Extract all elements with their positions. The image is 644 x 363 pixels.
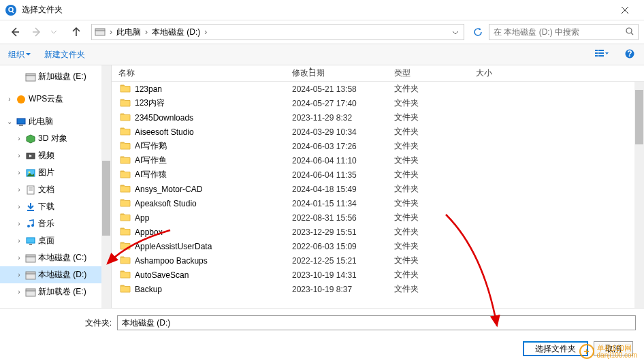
tree-item[interactable]: ›本地磁盘 (D:): [0, 266, 111, 283]
column-type[interactable]: 类型: [387, 67, 469, 79]
file-date: 2022-08-31 15:56: [285, 213, 387, 223]
expand-icon[interactable]: ›: [15, 169, 23, 176]
folder-name-input[interactable]: [117, 315, 636, 330]
tree-item[interactable]: ›下载: [0, 198, 111, 215]
expand-icon[interactable]: ⌄: [5, 118, 14, 125]
file-name: AI写作鱼: [135, 155, 167, 166]
file-row[interactable]: Ashampoo Backups2022-12-25 15:21文件夹: [112, 253, 644, 268]
breadcrumb-drive[interactable]: 本地磁盘 (D:): [149, 27, 203, 38]
search-icon[interactable]: [626, 27, 634, 37]
expand-icon[interactable]: ›: [15, 271, 23, 279]
tree-item[interactable]: ›3D 对象: [0, 130, 111, 147]
expand-icon[interactable]: ›: [15, 203, 23, 210]
expand-icon[interactable]: ›: [15, 135, 23, 142]
file-date: 2024-01-15 11:34: [285, 199, 387, 208]
close-button[interactable]: [611, 0, 639, 20]
tree-item[interactable]: ⌄此电脑: [0, 113, 111, 130]
file-row[interactable]: 123内容2024-05-27 17:40文件夹: [112, 96, 644, 110]
file-scrollbar[interactable]: [634, 82, 644, 308]
file-row[interactable]: Ansys_Motor-CAD2024-04-18 15:49文件夹: [112, 182, 644, 196]
expand-icon[interactable]: ›: [15, 288, 23, 296]
file-name: 123pan: [135, 84, 162, 94]
expand-icon[interactable]: ›: [5, 95, 14, 103]
folder-icon: [120, 198, 131, 209]
tree-item[interactable]: ›图片: [0, 164, 111, 181]
search-box[interactable]: [489, 24, 639, 40]
file-row[interactable]: Backup2023-10-19 8:37文件夹: [112, 282, 644, 296]
column-date[interactable]: 修改日期: [285, 67, 387, 79]
column-name[interactable]: 名称: [112, 67, 285, 79]
file-type: 文件夹: [387, 240, 469, 252]
tree-item[interactable]: 新加磁盘 (E:): [0, 68, 111, 85]
view-options-button[interactable]: [594, 48, 610, 62]
svg-point-31: [27, 225, 30, 227]
address-dropdown[interactable]: [450, 27, 461, 37]
expand-icon[interactable]: ›: [15, 254, 23, 262]
select-folder-button[interactable]: 选择文件夹: [523, 341, 588, 356]
tree-item[interactable]: ›WPS云盘: [0, 91, 111, 108]
refresh-button[interactable]: [470, 24, 486, 40]
expand-icon[interactable]: ›: [15, 186, 23, 193]
column-headers[interactable]: 名称 ▴ 修改日期 类型 大小: [112, 65, 644, 82]
tree-item[interactable]: ›视频: [0, 147, 111, 164]
tree-item[interactable]: ›本地磁盘 (C:): [0, 249, 111, 266]
breadcrumb-pc[interactable]: 此电脑: [114, 27, 144, 38]
tree-label: 音乐: [38, 218, 54, 230]
tree-label: WPS云盘: [29, 93, 63, 105]
tree-scrollbar[interactable]: [101, 65, 111, 308]
back-button[interactable]: [5, 24, 25, 40]
folder-icon: [120, 155, 131, 166]
file-date: 2023-10-19 8:37: [285, 285, 387, 294]
file-type: 文件夹: [387, 198, 469, 209]
file-row[interactable]: Aiseesoft Studio2024-03-29 10:34文件夹: [112, 125, 644, 139]
search-input[interactable]: [494, 27, 626, 37]
file-row[interactable]: AppleAssistUserData2022-06-03 15:09文件夹: [112, 239, 644, 253]
scrollbar-thumb[interactable]: [635, 90, 643, 144]
folder-tree[interactable]: 新加磁盘 (E:)›WPS云盘⌄此电脑›3D 对象›视频›图片›文档›下载›音乐…: [0, 65, 112, 308]
expand-icon[interactable]: ›: [15, 152, 23, 159]
drive-icon: [95, 28, 106, 36]
scrollbar-thumb[interactable]: [102, 161, 110, 236]
column-size[interactable]: 大小: [469, 67, 537, 79]
file-row[interactable]: AI写作猿2024-06-04 11:35文件夹: [112, 168, 644, 182]
video-icon: [25, 151, 36, 161]
file-row[interactable]: 123pan2024-05-21 13:58文件夹: [112, 82, 644, 96]
file-date: 2022-06-03 15:09: [285, 242, 387, 251]
tree-item[interactable]: ›新加载卷 (E:): [0, 283, 111, 300]
file-row[interactable]: 2345Downloads2023-11-29 8:32文件夹: [112, 110, 644, 125]
file-date: 2023-10-19 14:31: [285, 270, 387, 280]
tree-label: 此电脑: [29, 116, 53, 127]
up-button[interactable]: [67, 24, 86, 40]
tree-item[interactable]: ›文档: [0, 181, 111, 198]
folder-icon: [120, 112, 131, 123]
expand-icon[interactable]: ›: [15, 220, 23, 227]
help-button[interactable]: ?: [624, 48, 636, 62]
file-name: AI写作鹅: [135, 140, 167, 152]
svg-point-21: [17, 95, 25, 104]
tree-label: 桌面: [38, 235, 54, 247]
file-date: 2024-04-18 15:49: [285, 185, 387, 194]
svg-rect-19: [26, 76, 35, 81]
organize-menu[interactable]: 组织: [8, 49, 31, 61]
new-folder-button[interactable]: 新建文件夹: [44, 49, 85, 61]
tree-label: 文档: [38, 184, 54, 195]
file-name: Backup: [135, 285, 162, 294]
tree-item[interactable]: ›桌面: [0, 232, 111, 249]
file-row[interactable]: Apeaksoft Studio2024-01-15 11:34文件夹: [112, 196, 644, 210]
dl-icon: [25, 202, 36, 212]
file-row[interactable]: Appbox2023-12-29 15:51文件夹: [112, 225, 644, 239]
file-row[interactable]: AI写作鹅2024-06-03 17:26文件夹: [112, 139, 644, 153]
address-bar[interactable]: › 此电脑 › 本地磁盘 (D:) ›: [91, 24, 464, 40]
expand-icon[interactable]: ›: [15, 237, 23, 244]
file-row[interactable]: AI写作鱼2024-06-04 11:10文件夹: [112, 153, 644, 168]
file-row[interactable]: AutoSaveScan2023-10-19 14:31文件夹: [112, 268, 644, 282]
chevron-right-icon: ›: [108, 27, 114, 37]
tree-item[interactable]: ›音乐: [0, 215, 111, 232]
file-row[interactable]: App2022-08-31 15:56文件夹: [112, 210, 644, 225]
file-date: 2022-12-25 15:21: [285, 256, 387, 266]
file-date: 2024-06-03 17:26: [285, 142, 387, 151]
forward-button[interactable]: [27, 24, 46, 40]
tree-item[interactable]: ›网络: [0, 306, 111, 308]
recent-dropdown[interactable]: [49, 24, 59, 40]
cancel-button[interactable]: 取消: [594, 341, 633, 356]
